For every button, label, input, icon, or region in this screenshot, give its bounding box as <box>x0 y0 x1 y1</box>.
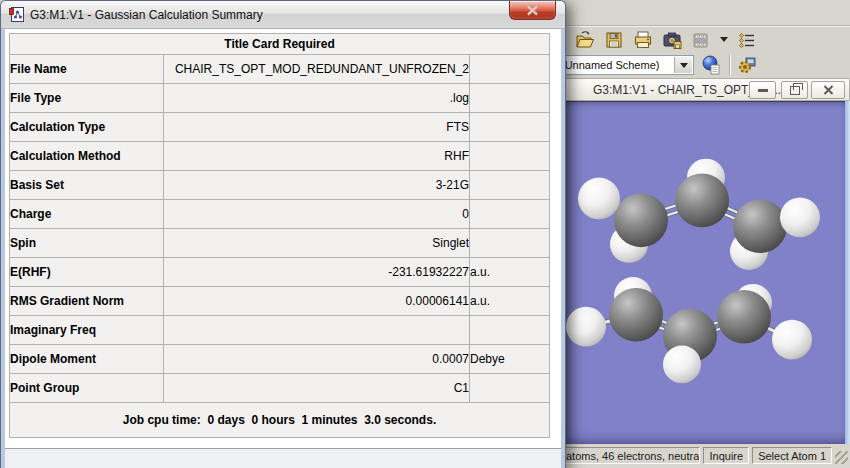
chevron-down-icon <box>680 63 688 68</box>
cell-unit <box>470 171 550 200</box>
table-footer-row: Job cpu time: 0 days 0 hours 1 minutes 3… <box>10 403 550 438</box>
save-icon[interactable] <box>604 30 624 50</box>
close-icon <box>823 85 834 95</box>
cell-value: Singlet <box>164 229 470 258</box>
calculation-summary-dialog: G3:M1:V1 - Gaussian Calculation Summary … <box>0 0 566 468</box>
cell-label: RMS Gradient Norm <box>10 287 164 316</box>
scheme-combo-value: (Unnamed Scheme) <box>561 59 659 71</box>
scheme-orb-button[interactable] <box>699 54 723 76</box>
preferences-button[interactable] <box>735 54 759 76</box>
cell-value: CHAIR_TS_OPT_MOD_REDUNDANT_UNFROZEN_2 <box>164 55 470 84</box>
cell-label: Spin <box>10 229 164 258</box>
table-row: Point GroupC1 <box>10 374 550 403</box>
hydrogen-atom[interactable] <box>566 307 606 347</box>
table-row: SpinSinglet <box>10 229 550 258</box>
child-close-button[interactable] <box>811 81 845 99</box>
molecule-child-window: G3:M1:V1 - CHAIR_TS_OPT_MO... <box>562 78 850 444</box>
cell-unit <box>470 55 550 84</box>
cell-value: .log <box>164 84 470 113</box>
cell-unit <box>470 113 550 142</box>
minimize-icon <box>758 89 768 92</box>
cell-label: File Name <box>10 55 164 84</box>
cell-label: Charge <box>10 200 164 229</box>
dialog-titlebar[interactable]: G3:M1:V1 - Gaussian Calculation Summary <box>1 1 565 29</box>
movie-dropdown-arrow-icon[interactable] <box>720 37 728 42</box>
cell-value: -231.61932227 <box>164 258 470 287</box>
cell-value: 0.0007 <box>164 345 470 374</box>
cell-label: Calculation Type <box>10 113 164 142</box>
scheme-combo-dropdown-button[interactable] <box>674 57 692 73</box>
cell-unit <box>470 374 550 403</box>
cell-label: Dipole Moment <box>10 345 164 374</box>
cell-label: Basis Set <box>10 171 164 200</box>
movie-icon[interactable] <box>691 30 711 50</box>
gaussview-doc-icon <box>9 7 24 22</box>
table-row: File Type.log <box>10 84 550 113</box>
molecule-canvas <box>562 102 845 444</box>
job-cpu-time: Job cpu time: 0 days 0 hours 1 minutes 3… <box>10 403 550 438</box>
table-header: Title Card Required <box>10 34 550 55</box>
table-row: RMS Gradient Norm0.00006141a.u. <box>10 287 550 316</box>
summary-table-body: File NameCHAIR_TS_OPT_MOD_REDUNDANT_UNFR… <box>10 55 550 403</box>
cell-unit <box>470 84 550 113</box>
table-row: Basis Set3-21G <box>10 171 550 200</box>
cell-value: C1 <box>164 374 470 403</box>
child-minimize-button[interactable] <box>749 81 776 99</box>
summary-table: Title Card Required File NameCHAIR_TS_OP… <box>9 33 550 438</box>
cell-unit <box>470 316 550 345</box>
cell-unit <box>470 200 550 229</box>
item-list-icon[interactable] <box>737 30 757 50</box>
preferences-gear-icon <box>737 55 757 75</box>
table-row: Imaginary Freq <box>10 316 550 345</box>
hydrogen-atom[interactable] <box>780 197 820 237</box>
cell-unit: Debye <box>470 345 550 374</box>
toolbar-separator <box>729 55 730 75</box>
cell-unit: a.u. <box>470 287 550 316</box>
table-row: Dipole Moment0.0007Debye <box>10 345 550 374</box>
status-select-atom: Select Atom 1 <box>752 447 832 464</box>
print-icon[interactable] <box>633 30 653 50</box>
main-toolbar <box>556 27 850 52</box>
cell-label: File Type <box>10 84 164 113</box>
cell-value: 0.00006141 <box>164 287 470 316</box>
hydrogen-atom[interactable] <box>578 178 620 220</box>
carbon-atom[interactable] <box>609 288 663 342</box>
atom-layer <box>566 159 820 384</box>
table-row: E(RHF)-231.61932227a.u. <box>10 258 550 287</box>
dialog-body: Title Card Required File NameCHAIR_TS_OP… <box>5 29 561 468</box>
restore-icon <box>790 86 800 95</box>
status-molecule-info: atoms, 46 electrons, neutral, sin <box>560 447 700 464</box>
carbon-atom[interactable] <box>717 290 771 344</box>
molecule-viewport[interactable] <box>562 101 845 444</box>
child-window-right-frame <box>845 101 850 444</box>
dialog-close-button[interactable] <box>509 1 556 20</box>
cell-value: RHF <box>164 142 470 171</box>
carbon-atom[interactable] <box>614 193 668 247</box>
carbon-atom[interactable] <box>733 199 787 253</box>
cell-unit <box>470 142 550 171</box>
cell-value <box>164 316 470 345</box>
table-header-row: Title Card Required <box>10 34 550 55</box>
table-row: Charge0 <box>10 200 550 229</box>
capture-image-icon[interactable] <box>662 30 682 50</box>
open-file-icon[interactable] <box>575 30 595 50</box>
resize-grip[interactable] <box>835 451 848 464</box>
status-inquire: Inquire <box>703 447 749 464</box>
dialog-title: G3:M1:V1 - Gaussian Calculation Summary <box>30 8 263 22</box>
cell-label: Imaginary Freq <box>10 316 164 345</box>
hydrogen-atom[interactable] <box>772 320 812 360</box>
scheme-orb-icon <box>701 55 721 75</box>
cell-unit <box>470 229 550 258</box>
cell-label: Point Group <box>10 374 164 403</box>
cell-value: FTS <box>164 113 470 142</box>
child-restore-button[interactable] <box>781 81 808 99</box>
table-row: Calculation TypeFTS <box>10 113 550 142</box>
child-window-titlebar[interactable]: G3:M1:V1 - CHAIR_TS_OPT_MO... <box>562 78 850 101</box>
table-row: File NameCHAIR_TS_OPT_MOD_REDUNDANT_UNFR… <box>10 55 550 84</box>
hydrogen-atom[interactable] <box>663 346 701 384</box>
carbon-atom[interactable] <box>675 174 729 228</box>
cell-value: 0 <box>164 200 470 229</box>
scheme-combo[interactable]: (Unnamed Scheme) <box>556 55 694 75</box>
dialog-bottom-strip <box>5 448 561 468</box>
table-row: Calculation MethodRHF <box>10 142 550 171</box>
